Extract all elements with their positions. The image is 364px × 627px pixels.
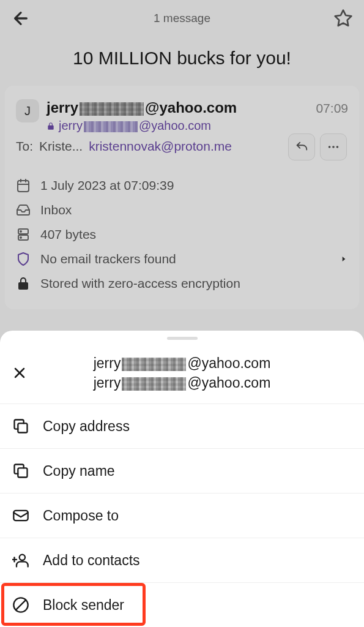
copy-name-item[interactable]: Copy name bbox=[0, 448, 364, 493]
action-sheet: jerry@yahoo.com jerry@yahoo.com Copy add… bbox=[0, 331, 364, 627]
sheet-contact-info: jerry@yahoo.com jerry@yahoo.com bbox=[42, 353, 322, 392]
copy-address-item[interactable]: Copy address bbox=[0, 404, 364, 448]
redacted-text bbox=[122, 358, 186, 371]
svg-rect-16 bbox=[13, 511, 28, 520]
envelope-icon bbox=[12, 507, 29, 524]
block-sender-item[interactable]: Block sender bbox=[0, 582, 364, 627]
copy-icon bbox=[12, 418, 29, 435]
svg-point-17 bbox=[20, 555, 25, 560]
sheet-handle[interactable] bbox=[167, 337, 198, 340]
add-contact-icon bbox=[12, 552, 29, 569]
add-to-contacts-item[interactable]: Add to contacts bbox=[0, 538, 364, 582]
redacted-text bbox=[122, 377, 186, 391]
svg-rect-15 bbox=[18, 468, 27, 477]
block-icon bbox=[12, 596, 29, 614]
close-icon[interactable] bbox=[12, 366, 27, 380]
svg-rect-14 bbox=[18, 423, 27, 432]
copy-icon bbox=[12, 462, 29, 479]
svg-line-21 bbox=[16, 600, 26, 610]
compose-to-item[interactable]: Compose to bbox=[0, 493, 364, 538]
